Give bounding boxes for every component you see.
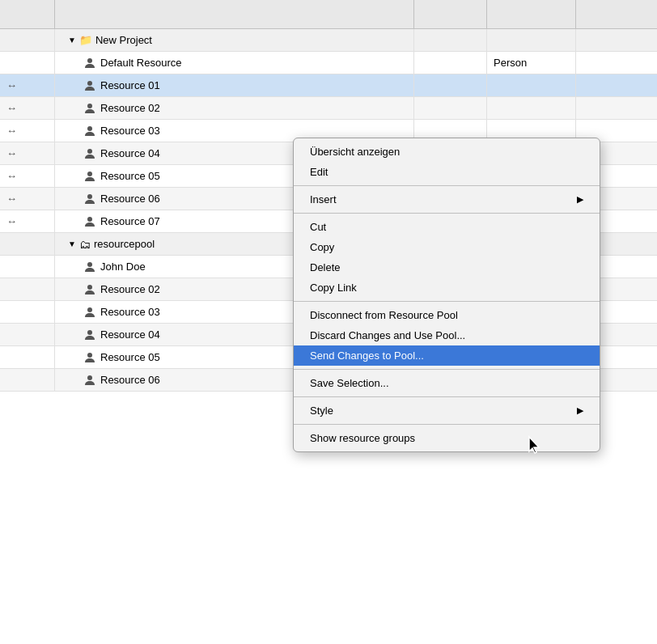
menu-item-label: Disconnect from Resource Pool	[310, 309, 458, 321]
row-type	[487, 29, 576, 51]
row-title-text: Resource 03	[100, 306, 160, 318]
row-title-text: Resource 04	[100, 147, 160, 159]
menu-item-discard[interactable]: Discard Changes and Use Pool...	[294, 325, 600, 345]
menu-item-save-selection[interactable]: Save Selection...	[294, 373, 600, 393]
menu-item-label: Save Selection...	[310, 377, 389, 389]
menu-item-delete[interactable]: Delete	[294, 257, 600, 278]
row-title: Resource 01	[55, 74, 414, 96]
person-icon	[84, 374, 97, 387]
menu-item-disconnect[interactable]: Disconnect from Resource Pool	[294, 305, 600, 325]
col-header-type	[487, 0, 576, 28]
menu-item-style[interactable]: Style▶	[294, 400, 600, 421]
menu-item-cut[interactable]: Cut	[294, 217, 600, 237]
row-type	[487, 97, 576, 119]
menu-separator	[294, 424, 600, 425]
row-traits: ↔	[0, 165, 55, 187]
row-traits: ↔	[0, 74, 55, 96]
menu-separator	[294, 185, 600, 186]
menu-item-label: Insert	[310, 193, 337, 205]
menu-item-show-resource-groups[interactable]: Show resource groups	[294, 428, 600, 448]
svg-point-6	[87, 194, 92, 199]
row-traits	[0, 233, 55, 255]
menu-separator	[294, 213, 600, 214]
row-title-text: Resource 02	[100, 102, 160, 114]
person-icon	[84, 57, 97, 70]
row-traits: ↔	[0, 97, 55, 119]
person-icon	[84, 147, 97, 160]
row-title-text: Resource 05	[100, 351, 160, 363]
person-icon	[84, 170, 97, 183]
row-traits	[0, 346, 55, 368]
triangle-icon: ▼	[68, 239, 76, 248]
submenu-arrow-icon: ▶	[577, 405, 583, 416]
row-traits: ↔	[0, 210, 55, 232]
menu-item-label: Style	[310, 405, 333, 417]
row-title-text: Resource 01	[100, 79, 160, 91]
menu-item-label: Cut	[310, 221, 326, 233]
menu-item-copy[interactable]: Copy	[294, 237, 600, 257]
row-material	[576, 97, 657, 119]
row-traits	[0, 278, 55, 300]
menu-item-edit[interactable]: Edit	[294, 162, 600, 182]
menu-item-send-changes[interactable]: Send Changes to Pool...	[294, 345, 600, 366]
row-traits	[0, 324, 55, 345]
row-title-text: Default Resource	[100, 57, 181, 69]
svg-point-0	[87, 58, 92, 63]
person-icon	[84, 125, 97, 138]
row-traits	[0, 29, 55, 51]
row-title-text: Resource 06	[100, 374, 160, 386]
menu-item-label: Copy	[310, 241, 334, 253]
folder-icon: 📁	[79, 34, 92, 46]
row-image	[414, 29, 487, 51]
person-icon	[84, 283, 97, 296]
row-traits	[0, 301, 55, 323]
svg-point-1	[87, 81, 92, 86]
person-icon	[84, 306, 97, 319]
table-header	[0, 0, 657, 29]
person-icon	[84, 102, 97, 115]
triangle-icon: ▼	[68, 36, 76, 44]
menu-item-label: Delete	[310, 261, 341, 273]
svg-point-11	[87, 330, 92, 335]
row-title-text: Resource 03	[100, 125, 160, 137]
menu-separator	[294, 301, 600, 302]
svg-point-10	[87, 307, 92, 312]
table-row[interactable]: Default ResourcePerson	[0, 52, 657, 74]
col-header-traits	[0, 0, 55, 28]
row-image	[414, 97, 487, 119]
person-icon	[84, 261, 97, 273]
col-header-material	[576, 0, 657, 28]
col-header-title	[55, 0, 414, 28]
person-icon	[84, 215, 97, 228]
table-row[interactable]: ↔Resource 02	[0, 97, 657, 120]
person-icon	[84, 79, 97, 92]
row-traits	[0, 369, 55, 391]
row-title-text: resourcepool	[94, 238, 155, 250]
svg-point-4	[87, 149, 92, 154]
svg-point-12	[87, 353, 92, 358]
menu-item-ubersicht[interactable]: Übersicht anzeigen	[294, 142, 600, 162]
folder-icon: 🗂	[79, 238, 91, 251]
row-image	[414, 52, 487, 74]
svg-point-5	[87, 172, 92, 176]
menu-item-label: Discard Changes and Use Pool...	[310, 329, 465, 341]
context-menu: Übersicht anzeigenEditInsert▶CutCopyDele…	[293, 138, 600, 452]
svg-point-8	[87, 262, 92, 267]
row-material	[576, 52, 657, 74]
menu-item-label: Edit	[310, 166, 328, 178]
table-row[interactable]: ↔Resource 01	[0, 74, 657, 97]
row-image	[414, 74, 487, 96]
row-title: Default Resource	[55, 52, 414, 74]
row-title-text: Resource 02	[100, 283, 160, 295]
row-title: Resource 02	[55, 97, 414, 119]
menu-item-insert[interactable]: Insert▶	[294, 189, 600, 210]
menu-item-copy-link[interactable]: Copy Link	[294, 278, 600, 298]
row-traits	[0, 52, 55, 74]
table-row[interactable]: ▼📁New Project	[0, 29, 657, 52]
row-type	[487, 74, 576, 96]
menu-item-label: Show resource groups	[310, 432, 415, 444]
col-header-image	[414, 0, 487, 28]
row-material	[576, 29, 657, 51]
svg-point-3	[87, 126, 92, 131]
svg-point-2	[87, 104, 92, 108]
